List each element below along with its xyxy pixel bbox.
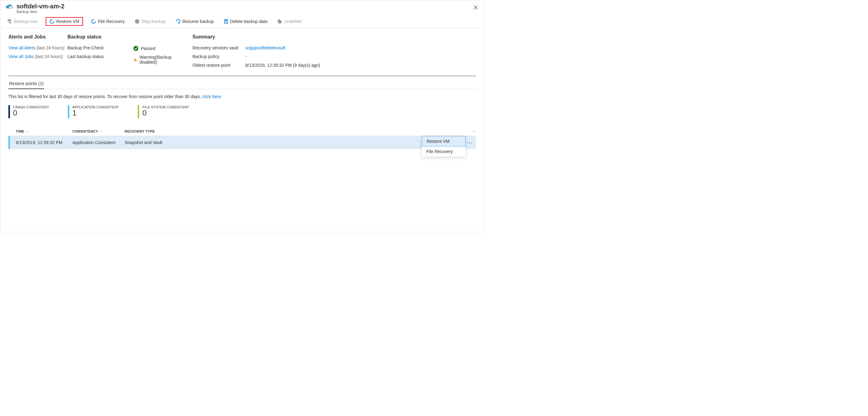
tab-restore-points[interactable]: Restore points (1) (8, 79, 44, 89)
check-circle-icon (133, 46, 138, 51)
backup-status-title: Backup status (67, 34, 133, 40)
context-file-recovery[interactable]: File Recovery (422, 146, 465, 157)
svg-rect-0 (9, 6, 12, 8)
delete-backup-data-label: Delete backup data (230, 19, 268, 24)
svg-rect-6 (135, 60, 135, 61)
svg-rect-5 (135, 59, 135, 60)
view-all-alerts-link[interactable]: View all Alerts (8, 45, 35, 50)
row-context-menu: Restore VM File Recovery (422, 136, 465, 157)
sort-icon: ↑↓ (26, 130, 29, 133)
page-subtitle: Backup Item (17, 10, 64, 14)
row-menu-button[interactable]: ⋯ (467, 139, 473, 146)
undelete-label: Undelete (284, 19, 302, 24)
table-header: TIME ↑↓ CONSISTENCY ↑↓ RECOVERY TYPE ↑↓ (8, 127, 476, 136)
restore-vm-label: Restore VM (56, 19, 79, 24)
precheck-value: Passed (141, 46, 155, 51)
resume-backup-button[interactable]: Resume backup (174, 18, 216, 25)
backup-now-label: Backup now (14, 19, 38, 24)
policy-link[interactable]: - (245, 54, 247, 59)
svg-point-4 (133, 46, 138, 51)
col-recovery-type[interactable]: RECOVERY TYPE (125, 130, 464, 133)
jobs-last24: (last 24 hours) (35, 54, 62, 59)
alerts-last24: (last 24 hours) (37, 45, 64, 50)
svg-rect-1 (9, 22, 11, 23)
cell-recovery-type: Snapshot and Vault (125, 140, 464, 145)
delete-backup-data-button[interactable]: Delete backup data (222, 18, 270, 25)
stop-backup-label: Stop backup (142, 19, 166, 24)
file-system-consistent-stat: FILE-SYSTEM CONSISTENT 0 (138, 105, 189, 118)
backup-now-button: Backup now (5, 18, 39, 25)
file-recovery-button[interactable]: File Recovery (89, 18, 127, 25)
view-all-jobs-link[interactable]: View all Jobs (8, 54, 34, 59)
context-restore-vm[interactable]: Restore VM (422, 136, 465, 146)
resume-backup-label: Resume backup (183, 19, 214, 24)
alerts-jobs-title: Alerts and Jobs (8, 34, 67, 40)
click-here-link[interactable]: click here. (203, 94, 222, 99)
cell-consistency: Application Consistent (72, 140, 125, 145)
oldest-label: Oldest restore point (192, 63, 245, 68)
undelete-button: Undelete (275, 18, 303, 25)
application-consistent-stat: APPLICATION CONSISTENT 1 (68, 105, 119, 118)
policy-label: Backup policy (192, 54, 245, 59)
col-consistency[interactable]: CONSISTENCY ↑↓ (72, 130, 125, 133)
vault-link[interactable]: sogupsoftdeletevault (245, 45, 285, 50)
sort-icon: ↑↓ (472, 130, 476, 133)
filter-info-text: This list is filtered for last 30 days o… (8, 94, 476, 99)
file-recovery-label: File Recovery (98, 19, 125, 24)
table-row[interactable]: 8/13/2019, 12:39:32 PM Application Consi… (8, 136, 476, 149)
cloud-vm-icon (5, 4, 13, 11)
last-backup-label: Last backup status (67, 54, 105, 59)
restore-vm-button[interactable]: Restore VM (46, 17, 83, 26)
stop-backup-button: Stop backup (133, 18, 167, 25)
page-title: softdel-vm-am-2 (17, 3, 64, 10)
warning-triangle-icon (133, 57, 137, 62)
command-bar: Backup now Restore VM File Recovery Stop… (0, 15, 484, 29)
oldest-value: 8/13/2019, 12:39:32 PM (9 day(s) ago) (245, 63, 476, 68)
close-button[interactable] (471, 3, 480, 12)
col-time[interactable]: TIME ↑↓ (16, 130, 72, 133)
sort-icon: ↑↓ (99, 130, 103, 133)
crash-consistent-stat: CRASH CONSISTENT 0 (8, 105, 49, 118)
last-backup-value: Warning(Backup disabled) (140, 55, 177, 65)
blade-header: softdel-vm-am-2 Backup Item (0, 0, 484, 15)
vault-label: Recovery services vault (192, 45, 245, 50)
precheck-label: Backup Pre-Check (67, 45, 105, 50)
cell-time: 8/13/2019, 12:39:32 PM (16, 140, 72, 145)
summary-title: Summary (192, 34, 476, 40)
